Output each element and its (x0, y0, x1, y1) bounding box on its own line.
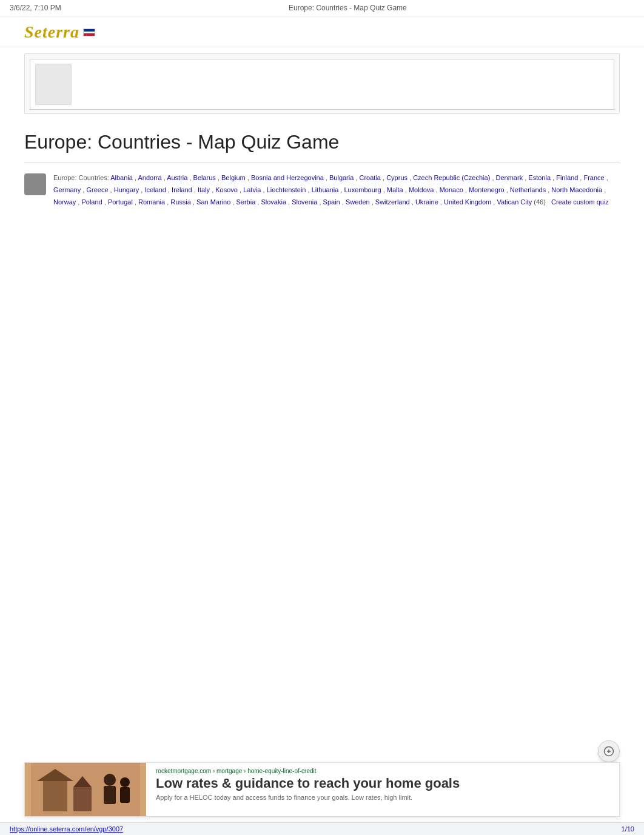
country-link[interactable]: Switzerland (375, 198, 410, 206)
footer-url[interactable]: https://online.seterra.com/en/vgp/3007 (10, 825, 123, 833)
country-link[interactable]: Spain (323, 198, 340, 206)
bottom-ad[interactable]: rocketmortgage.com › mortgage › home-equ… (24, 762, 620, 817)
quiz-details: Europe: Countries: Albania , Andorra , A… (53, 172, 620, 208)
logo-flag (83, 29, 95, 36)
browser-page-title: Europe: Countries - Map Quiz Game (289, 4, 407, 12)
country-link[interactable]: Sweden (346, 198, 370, 206)
country-link[interactable]: Vatican City (497, 198, 532, 206)
country-link[interactable]: Bulgaria (329, 174, 354, 181)
country-link[interactable]: Malta (387, 186, 403, 193)
country-link[interactable]: Netherlands (510, 186, 546, 193)
logo-text: Seterra (24, 22, 79, 42)
country-link[interactable]: Montenegro (469, 186, 505, 193)
country-link[interactable]: Liechtenstein (267, 186, 306, 193)
timestamp: 3/6/22, 7:10 PM (10, 4, 61, 12)
country-link[interactable]: Estonia (528, 174, 551, 181)
create-custom-link[interactable]: Create custom quiz (551, 198, 609, 206)
country-link[interactable]: Greece (86, 186, 108, 193)
ad-banner-top (24, 53, 620, 114)
country-link[interactable]: Czech Republic (Czechia) (413, 174, 490, 181)
country-link[interactable]: Hungary (114, 186, 139, 193)
site-logo[interactable]: Seterra (24, 22, 620, 42)
site-header: Seterra (0, 16, 644, 47)
country-link[interactable]: Belgium (221, 174, 246, 181)
country-link[interactable]: Albania (110, 174, 133, 181)
country-link[interactable]: Serbia (236, 198, 256, 206)
country-link[interactable]: Luxembourg (344, 186, 381, 193)
country-link[interactable]: Russia (170, 198, 191, 206)
svg-rect-4 (43, 781, 67, 811)
country-link[interactable]: Moldova (409, 186, 434, 193)
bottom-ad-content: rocketmortgage.com › mortgage › home-equ… (146, 763, 619, 816)
quiz-count: (46) (534, 198, 546, 206)
country-link[interactable]: Portugal (108, 198, 133, 206)
country-link[interactable]: Cyprus (386, 174, 408, 181)
country-link[interactable]: Ireland (172, 186, 192, 193)
country-link[interactable]: Ukraine (415, 198, 438, 206)
country-link[interactable]: Bosnia and Herzegovina (251, 174, 324, 181)
country-link[interactable]: Germany (53, 186, 81, 193)
ad-title: Low rates & guidance to reach your home … (156, 776, 609, 791)
country-link[interactable]: Romania (138, 198, 165, 206)
quiz-label: Europe: Countries: (53, 174, 109, 181)
svg-point-10 (120, 777, 130, 787)
page-title: Europe: Countries - Map Quiz Game (24, 131, 620, 153)
page-heading: Europe: Countries - Map Quiz Game (0, 120, 644, 159)
svg-rect-9 (104, 786, 116, 804)
main-content (0, 215, 644, 579)
svg-point-8 (104, 774, 116, 786)
country-link[interactable]: Iceland (144, 186, 166, 193)
country-link[interactable]: San Marino (196, 198, 230, 206)
svg-rect-11 (120, 787, 130, 803)
svg-rect-6 (73, 787, 92, 811)
country-link[interactable]: Slovakia (261, 198, 286, 206)
country-link[interactable]: Andorra (138, 174, 161, 181)
country-link[interactable]: France (583, 174, 604, 181)
page-count: 1/10 (622, 825, 634, 833)
footer-bar: https://online.seterra.com/en/vgp/3007 1… (0, 822, 644, 835)
ad-url: rocketmortgage.com › mortgage › home-equ… (156, 768, 609, 774)
country-link[interactable]: Kosovo (215, 186, 238, 193)
quiz-icon (24, 173, 46, 195)
ad-inner (30, 59, 614, 110)
country-link[interactable]: Croatia (360, 174, 381, 181)
country-link[interactable]: Austria (167, 174, 187, 181)
bottom-ad-image (25, 763, 146, 816)
divider (24, 162, 620, 163)
country-link[interactable]: Monaco (440, 186, 463, 193)
country-link[interactable]: Italy (198, 186, 210, 193)
ad-description: Apply for a HELOC today and access funds… (156, 794, 609, 801)
country-link[interactable]: Lithuania (312, 186, 339, 193)
quiz-info: Europe: Countries: Albania , Andorra , A… (0, 165, 644, 215)
country-link[interactable]: Latvia (243, 186, 261, 193)
floating-action-button[interactable] (598, 740, 620, 762)
country-link[interactable]: Belarus (193, 174, 216, 181)
country-link[interactable]: Finland (556, 174, 578, 181)
ad-sidebar-image (35, 64, 72, 105)
country-link[interactable]: United Kingdom (444, 198, 491, 206)
country-link[interactable]: Denmark (496, 174, 523, 181)
country-link[interactable]: North Macedonia (551, 186, 602, 193)
browser-bar: 3/6/22, 7:10 PM Europe: Countries - Map … (0, 0, 644, 16)
countries-list: Albania , Andorra , Austria , Belarus , … (53, 174, 608, 206)
country-link[interactable]: Slovenia (292, 198, 317, 206)
country-link[interactable]: Norway (53, 198, 76, 206)
country-link[interactable]: Poland (81, 198, 102, 206)
